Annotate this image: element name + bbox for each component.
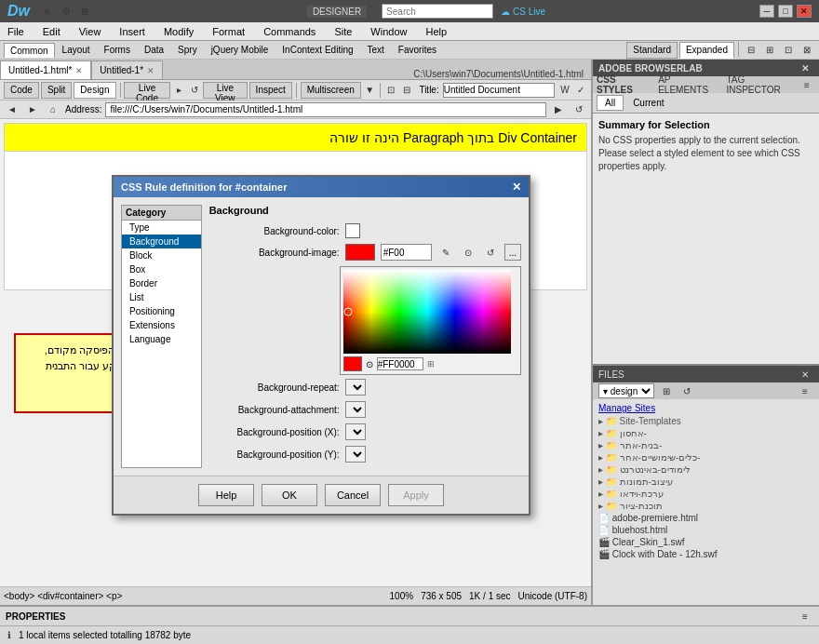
refresh-icon[interactable]: ↺ [187,82,201,99]
menu-icon3[interactable]: ⊞ [76,3,93,20]
menu-site[interactable]: Site [330,24,356,39]
cat-block[interactable]: Block [122,248,201,262]
cat-positioning[interactable]: Positioning [122,304,201,318]
panel-close-icon[interactable]: ✕ [797,60,813,76]
menu-commands[interactable]: Commands [260,24,319,39]
doc-tab-0[interactable]: Untitled-1.html* ✕ [0,60,91,79]
color-swatch-red[interactable] [345,244,375,261]
menu-format[interactable]: Format [208,24,248,39]
address-input[interactable] [105,102,546,117]
ap-elements-label[interactable]: AP ELEMENTS [658,74,718,95]
menu-insert[interactable]: Insert [115,24,149,39]
files-site-select[interactable]: ▾ design [598,383,654,398]
hex-reset-icon[interactable]: ↺ [482,244,499,261]
menu-icon2[interactable]: ⚙ [58,3,74,20]
cat-box[interactable]: Box [122,262,201,276]
ok-btn[interactable]: OK [262,484,317,506]
file-item-8[interactable]: 📄 adobe-premiere.html [595,512,817,524]
live-view-btn[interactable]: Live View [203,82,248,99]
expanded-tab[interactable]: Expanded [679,42,734,59]
file-item-0[interactable]: ▸ 📁 Site-Templates [595,415,817,427]
tab-all[interactable]: All [597,95,624,111]
hex-check-icon[interactable]: ⊙ [460,244,477,261]
file-item-5[interactable]: ▸ 📁 עיצוב-תמונות [595,476,817,488]
doc-tab-close-1[interactable]: ✕ [147,66,154,75]
files-icon1[interactable]: ⊞ [658,382,675,399]
doc-tab-close-0[interactable]: ✕ [75,66,83,75]
insert-tab-favorites[interactable]: Favorites [392,42,443,58]
insert-tab-layout[interactable]: Layout [56,42,97,58]
tab-current[interactable]: Current [624,95,672,111]
bg-color-swatch[interactable] [345,223,360,238]
color-canvas[interactable] [343,270,511,354]
live-code-btn[interactable]: Live Code [124,82,170,99]
title-input[interactable] [443,83,555,98]
code-btn[interactable]: Code [4,82,39,99]
multiscreen-btn[interactable]: Multiscreen [301,82,361,99]
inspect-btn[interactable]: Inspect [249,82,292,99]
bg-attachment-select[interactable] [345,401,366,418]
toolbar-icon2[interactable]: ⊞ [761,42,778,59]
doc-tab-1[interactable]: Untitled-1* ✕ [91,60,163,79]
tag-inspector-label[interactable]: TAG INSPECTOR [727,74,798,95]
debug-icon[interactable]: ⊟ [400,82,414,99]
menu-modify[interactable]: Modify [160,24,197,39]
hex-input[interactable] [381,244,432,261]
file-item-2[interactable]: ▸ 📁 בנית-אתר- [595,439,817,451]
menu-view[interactable]: View [75,24,105,39]
refresh-nav-icon[interactable]: ↺ [571,101,587,118]
color-palette-grid[interactable] [343,270,511,354]
hex-edit-icon[interactable]: ✎ [437,244,454,261]
cancel-btn[interactable]: Cancel [325,484,381,506]
cat-extensions[interactable]: Extensions [122,318,201,332]
color-hex-input[interactable] [377,357,423,370]
insert-tab-incontext[interactable]: InContext Editing [275,42,359,58]
preview-icon[interactable]: ⊡ [384,82,398,99]
insert-tab-text[interactable]: Text [361,42,391,58]
file-item-1[interactable]: ▸ 📁 אחסון- [595,427,817,439]
live-code-icon[interactable]: ▸ [172,82,186,99]
insert-tab-common[interactable]: Common [4,43,55,58]
cat-list[interactable]: List [122,290,201,304]
minimize-btn[interactable]: ─ [759,5,774,18]
file-item-10[interactable]: 🎬 Clear_Skin_1.swf [595,536,817,548]
files-icon2[interactable]: ↺ [678,382,695,399]
cat-background[interactable]: Background [122,235,201,248]
tag-selector[interactable]: <body> <div#container> <p> [4,591,122,601]
insert-tab-jquery[interactable]: jQuery Mobile [205,42,275,58]
help-btn[interactable]: Help [198,484,254,506]
files-close-icon[interactable]: ✕ [797,366,813,382]
panel-options-icon[interactable]: ≡ [799,76,815,93]
files-options-icon[interactable]: ≡ [797,382,813,399]
design-btn[interactable]: Design [74,82,115,99]
bg-repeat-select[interactable] [345,379,366,396]
menu-window[interactable]: Window [367,24,410,39]
dialog-close-btn[interactable]: ✕ [512,181,521,194]
insert-tab-forms[interactable]: Forms [98,42,137,58]
standard-tab[interactable]: Standard [626,42,678,59]
cat-type[interactable]: Type [122,221,201,235]
file-item-11[interactable]: 🎬 Clock with Date - 12h.swf [595,548,817,560]
file-item-9[interactable]: 📄 bluehost.html [595,524,817,536]
close-btn[interactable]: ✕ [797,5,812,18]
maximize-btn[interactable]: □ [778,5,793,18]
bg-pos-y-select[interactable] [345,446,366,463]
manage-sites-link[interactable]: Manage Sites [595,401,817,415]
nav-forward-icon[interactable]: ► [24,101,41,118]
file-item-6[interactable]: ▸ 📁 ערכת-וידאו [595,488,817,500]
toolbar-icon3[interactable]: ⊡ [780,42,797,59]
insert-tab-data[interactable]: Data [138,42,170,58]
insert-tab-spry[interactable]: Spry [171,42,204,58]
split-btn[interactable]: Split [41,82,72,99]
file-item-4[interactable]: ▸ 📁 לימודים-באינטרנט [595,463,817,476]
browse-btn[interactable]: ... [504,244,521,261]
file-item-3[interactable]: ▸ 📁 כלים-שימושיים-אחר- [595,451,817,463]
cat-border[interactable]: Border [122,276,201,290]
check-icon[interactable]: ✓ [573,82,587,99]
menu-file[interactable]: File [4,24,28,39]
cat-language[interactable]: Language [122,332,201,346]
home-icon[interactable]: ⌂ [45,101,61,118]
css-styles-label[interactable]: CSS STYLES [597,74,651,95]
file-item-7[interactable]: ▸ 📁 תוכנת-ציור [595,500,817,512]
toolbar-icon1[interactable]: ⊟ [743,42,759,59]
